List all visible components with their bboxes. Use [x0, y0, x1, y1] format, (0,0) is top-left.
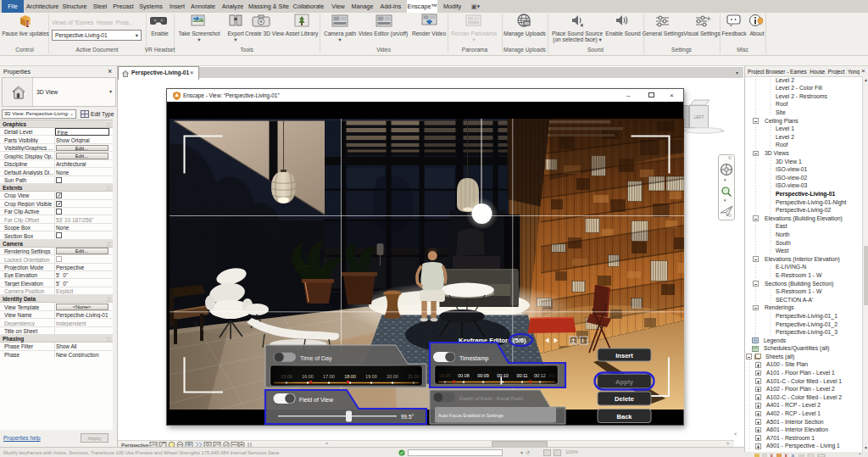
- svg-text:(5/6): (5/6): [513, 337, 526, 344]
- svg-text:Delete: Delete: [615, 395, 634, 403]
- svg-text:Insert: Insert: [615, 352, 633, 359]
- svg-text:Auto Focus Enabled in Settings: Auto Focus Enabled in Settings: [438, 413, 504, 418]
- svg-text:Depth of Field - Focal Point: Depth of Field - Focal Point: [459, 395, 523, 401]
- svg-text:99.5°: 99.5°: [401, 414, 414, 420]
- svg-text:Field of View: Field of View: [299, 397, 334, 403]
- svg-text:i: i: [582, 337, 584, 343]
- svg-text:Apply: Apply: [615, 378, 634, 386]
- svg-text:Back: Back: [616, 413, 632, 421]
- svg-text:Timestamp: Timestamp: [459, 355, 488, 362]
- svg-text:Time of Day: Time of Day: [300, 355, 332, 362]
